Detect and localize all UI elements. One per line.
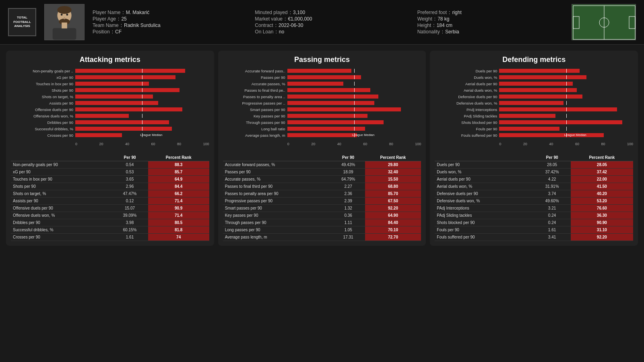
metric-name: Shots per 90 (11, 183, 111, 190)
bar-container (75, 107, 209, 111)
contract-row: Contract : 2022-06-30 (255, 23, 401, 28)
table-row: Accurate forward passes, %49.43%29.80 (223, 161, 421, 169)
player-name-colon: : (122, 10, 124, 15)
heatmap-canvas (572, 4, 636, 40)
bar-label: Offensive duels won, % (11, 114, 75, 118)
table-row: Passes to penalty area per 902.3685.70 (223, 190, 421, 197)
attacking-title: Attacking metrics (11, 56, 209, 64)
weight-row: Weight : 78 kg (417, 16, 564, 22)
rank-value: 70.10 (365, 226, 421, 234)
bar-container (287, 101, 421, 105)
median-line (142, 133, 142, 137)
nationality-label: Nationality (417, 29, 440, 35)
metric-name: Shots on target, % (11, 190, 111, 197)
median-line (142, 82, 142, 86)
rank-value: 37.42 (571, 169, 633, 176)
defending-title: Defending metrics (435, 56, 633, 64)
passing-panel: Passing metrics Accurate forward pass..P… (218, 51, 426, 246)
median-line (354, 120, 355, 124)
metric-name: Fouls suffered per 90 (435, 234, 533, 241)
bar-label: Duels won, % (435, 75, 499, 80)
median-line (142, 95, 142, 99)
passing-chart: Accurate forward pass..Passes per 90Accu… (223, 68, 421, 141)
bar-container (287, 75, 421, 79)
median-line (566, 127, 567, 131)
bar-container (287, 88, 421, 92)
rank-value: 92.20 (365, 205, 421, 212)
metric-name: Dribbles per 90 (11, 219, 111, 226)
rank-value: 67.50 (365, 197, 421, 205)
bar-fill (499, 120, 622, 124)
rank-value: 53.20 (571, 197, 633, 205)
weight-value: 78 kg (438, 16, 449, 22)
bar-container (499, 107, 633, 111)
per90-value: 3.41 (533, 234, 570, 241)
bar-fill (287, 69, 352, 73)
rank-value: 76.60 (571, 205, 633, 212)
bar-row: Passes to final third pe.. (223, 87, 421, 93)
table-row: Offensive duels per 9015.0790.9 (11, 205, 209, 212)
height-label: Height (417, 23, 431, 28)
bar-fill (75, 114, 129, 118)
rank-value: 31.10 (571, 226, 633, 234)
per90-value: 1.32 (332, 205, 365, 212)
bar-row: Assists per 90 (11, 100, 209, 106)
bar-row: Fouls per 90 (435, 126, 633, 132)
attacking-table: Per 90 Percent Rank Non-penalty goals pe… (11, 154, 209, 241)
bar-container (75, 69, 209, 73)
logo-line1: TOTAL (17, 16, 27, 20)
market-value: €1,000,000 (288, 16, 312, 22)
team-label: Team Name (93, 23, 119, 28)
bar-row: PAdj Interceptions (435, 107, 633, 112)
player-info: Player Name : M. Makarić Minuted played … (93, 10, 564, 35)
minutes-value: 3,100 (293, 10, 305, 15)
svg-rect-5 (62, 23, 67, 29)
metric-name: Accurate forward passes, % (223, 161, 332, 169)
bar-row: Accurate passes, % (223, 81, 421, 86)
per90-value: 15.07 (111, 205, 148, 212)
passing-title: Passing metrics (223, 56, 421, 64)
table-row: Touches in box per 903.6564.9 (11, 176, 209, 183)
table-row: Crosses per 901.6174 (11, 234, 209, 241)
bar-row: Non-penalty goals per .. (11, 68, 209, 74)
median-line (566, 120, 567, 124)
bar-fill (75, 127, 172, 131)
bar-label: Progressive passes per .. (223, 101, 287, 105)
bar-label: Shots blocked per 90 (435, 120, 499, 125)
rank-value: 28.05 (571, 161, 633, 169)
metric-name: Duels won, % (435, 169, 533, 176)
attacking-chart: Non-penalty goals per ..xG per 90Touches… (11, 68, 209, 141)
passing-rank-header: Percent Rank (365, 154, 421, 161)
bar-label: Passes per 90 (223, 75, 287, 80)
table-row: Shots per 902.9684.4 (11, 183, 209, 190)
per90-value: 1.61 (111, 234, 148, 241)
bar-fill (287, 114, 368, 118)
bar-fill (287, 120, 384, 124)
bar-container (499, 75, 633, 79)
per90-value: 3.98 (111, 219, 148, 226)
bar-fill (287, 88, 370, 92)
table-row: Fouls per 901.6131.10 (435, 226, 633, 234)
bar-label: Offensive duels per 90 (11, 107, 75, 112)
bar-row: Shots blocked per 90 (435, 119, 633, 125)
bar-row: Key passes per 90 (223, 113, 421, 119)
attacking-metric-header (11, 154, 111, 161)
table-row: Progressive passes per 902.3967.50 (223, 197, 421, 205)
height-row: Height : 184 cm (417, 23, 564, 28)
bar-container (499, 88, 633, 92)
bar-fill (499, 127, 559, 131)
metric-name: Crosses per 90 (11, 234, 111, 241)
per90-value: 37.42% (533, 169, 570, 176)
attacking-x-axis: 0 20 40 60 80 100 (75, 142, 209, 150)
metric-name: Offensive duels per 90 (11, 205, 111, 212)
market-label: Market value (255, 16, 283, 22)
rank-value: 29.80 (365, 161, 421, 169)
table-row: Assists per 900.1271.4 (11, 197, 209, 205)
metric-name: Passes per 90 (223, 169, 332, 176)
logo-line3: ANALYSIS (14, 24, 30, 28)
median-line (566, 107, 567, 111)
bar-row: Offensive duels won, % (11, 113, 209, 119)
bar-label: Aerial duels per 90 (435, 82, 499, 86)
bar-label: Defensive duels per 90 (435, 95, 499, 99)
metric-name: Progressive passes per 90 (223, 197, 332, 205)
